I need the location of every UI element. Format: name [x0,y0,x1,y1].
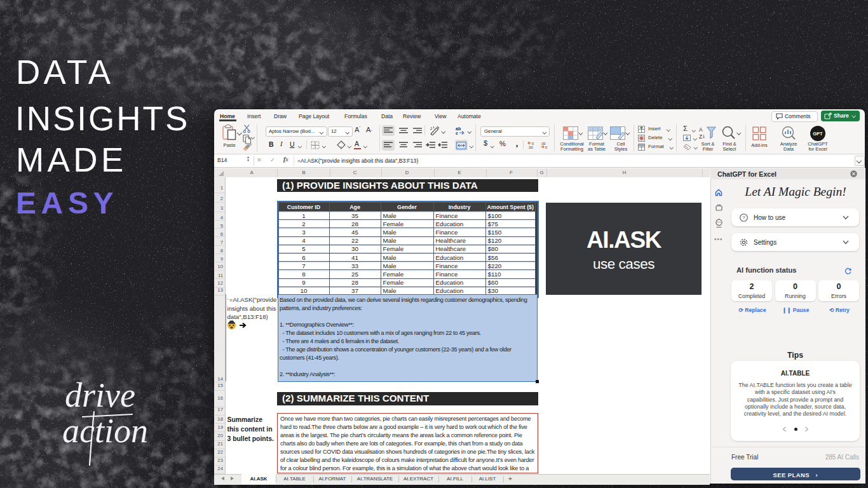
svg-text:c: c [456,131,458,135]
svg-text:A: A [699,126,703,133]
svg-text:action: action [62,412,148,450]
svg-text:0: 0 [545,146,547,149]
svg-text:?: ? [742,215,745,220]
svg-text:GPT: GPT [813,131,823,137]
svg-text:ab: ab [456,126,461,131]
svg-text:Let AI Magic Begin!: Let AI Magic Begin! [744,185,846,198]
svg-text:.00: .00 [528,146,533,149]
svg-text:Z: Z [699,133,702,140]
svg-text:drive: drive [65,376,135,414]
